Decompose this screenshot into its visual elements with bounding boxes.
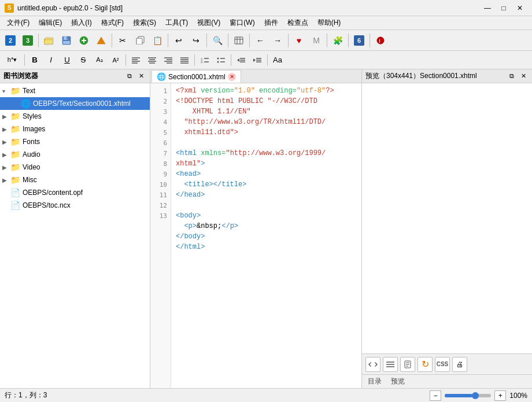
- menu-help[interactable]: 帮助(H): [313, 17, 346, 29]
- underline-button[interactable]: U: [60, 53, 75, 67]
- tb-num-6[interactable]: 6: [351, 32, 367, 49]
- tree-toggle-styles: ▶: [2, 113, 10, 120]
- svg-marker-47: [253, 58, 256, 62]
- tree-item-toc-ncx[interactable]: 📄 OEBPS/toc.ncx: [0, 199, 150, 212]
- line-num-1: 1: [150, 86, 171, 96]
- preview-tab-toc[interactable]: 目录: [365, 375, 384, 388]
- tree-item-section0001[interactable]: 🌐 OEBPS/Text/Section0001.xhtml: [0, 97, 150, 110]
- forward-button[interactable]: →: [269, 32, 286, 49]
- align-justify[interactable]: [177, 53, 192, 67]
- menu-tools[interactable]: 工具(T): [161, 17, 193, 29]
- tree-label-audio: Audio: [23, 150, 40, 158]
- folder-icon-video: 📁: [10, 163, 20, 172]
- align-right[interactable]: [161, 53, 176, 67]
- tree-item-audio[interactable]: ▶ 📁 Audio: [0, 148, 150, 161]
- tree-toggle-video: ▶: [2, 164, 10, 171]
- strikethrough-button[interactable]: S: [76, 53, 91, 67]
- copy-button[interactable]: [132, 32, 148, 49]
- menu-search[interactable]: 搜索(S): [128, 17, 161, 29]
- align-left[interactable]: [128, 53, 143, 67]
- close-button[interactable]: ✕: [512, 2, 527, 14]
- tree-item-content-opf[interactable]: 📄 OEBPS/content.opf: [0, 186, 150, 199]
- preview-list-button[interactable]: [383, 357, 398, 372]
- redo-button[interactable]: ↪: [188, 32, 204, 49]
- zoom-in-button[interactable]: +: [494, 390, 506, 401]
- tb-num-2[interactable]: 2: [2, 32, 19, 49]
- maximize-button[interactable]: □: [496, 2, 511, 14]
- zoom-thumb[interactable]: [472, 392, 479, 399]
- undo-button[interactable]: ↩: [171, 32, 187, 49]
- menu-window[interactable]: 窗口(W): [225, 17, 259, 29]
- increase-indent[interactable]: [250, 53, 265, 67]
- code-line-5: xhtml11.dtd">: [176, 127, 357, 138]
- svg-marker-10: [97, 37, 105, 44]
- tree-item-misc[interactable]: ▶ 📁 Misc: [0, 174, 150, 186]
- sidebar-close-button[interactable]: ✕: [136, 71, 146, 82]
- arrow-up-button[interactable]: [93, 32, 109, 49]
- align-center[interactable]: [145, 53, 160, 67]
- sidebar-restore-button[interactable]: ⧉: [124, 71, 135, 82]
- superscript-button[interactable]: A²: [108, 53, 123, 67]
- plugin-button[interactable]: !: [372, 32, 389, 49]
- mail-button[interactable]: M: [308, 32, 324, 49]
- folder-icon-text: 📁: [10, 86, 20, 95]
- add-file-button[interactable]: [76, 32, 92, 49]
- line-num-11: 11: [150, 190, 171, 200]
- find-button[interactable]: 🔍: [209, 32, 226, 49]
- preview-tab-preview[interactable]: 预览: [389, 375, 407, 388]
- minimize-button[interactable]: —: [480, 2, 495, 14]
- menu-file[interactable]: 文件(F): [2, 17, 34, 29]
- tree-label-styles: Styles: [23, 112, 42, 120]
- tree-item-images[interactable]: ▶ 📁 Images: [0, 123, 150, 135]
- menu-edit[interactable]: 编辑(E): [34, 17, 66, 29]
- menu-view[interactable]: 视图(V): [193, 17, 225, 29]
- editor-content: 1 2 3 4 5 6 7 8 9 10 11 12 13 <?xml vers…: [150, 83, 361, 388]
- tree-item-fonts[interactable]: ▶ 📁 Fonts: [0, 135, 150, 148]
- ordered-list[interactable]: 1.2.: [197, 53, 212, 67]
- cut-button[interactable]: ✂: [114, 32, 131, 49]
- preview-code-button[interactable]: [365, 357, 380, 372]
- unordered-list[interactable]: [213, 53, 228, 67]
- code-editor[interactable]: <?xml version="1.0" encoding="utf-8"?> <…: [171, 83, 361, 388]
- menu-insert[interactable]: 插入(I): [66, 17, 96, 29]
- tree-item-video[interactable]: ▶ 📁 Video: [0, 161, 150, 174]
- heading-dropdown[interactable]: h*▾: [2, 53, 22, 67]
- menu-format[interactable]: 格式(F): [97, 17, 128, 29]
- preview-restore-button[interactable]: ⧉: [507, 71, 517, 82]
- text-style-button[interactable]: Aa: [270, 53, 285, 67]
- status-bar: 行：1，列：3 − + 100%: [0, 388, 532, 402]
- zoom-out-button[interactable]: −: [430, 390, 441, 401]
- zoom-slider[interactable]: [445, 394, 491, 397]
- preview-css-button[interactable]: CSS: [435, 357, 450, 372]
- line-num-9: 9: [150, 169, 171, 179]
- main-area: 图书浏览器 ⧉ ✕ ▾ 📁 Text 🌐 OEBPS/Text/Section0…: [0, 69, 532, 388]
- tab-close-button[interactable]: ✕: [228, 73, 236, 81]
- tree-item-text[interactable]: ▾ 📁 Text: [0, 84, 150, 97]
- preview-doc-button[interactable]: [400, 357, 415, 372]
- code-line-3: XHTML 1.1//EN": [176, 106, 357, 117]
- table-button[interactable]: [231, 32, 247, 49]
- menu-plugins[interactable]: 插件: [260, 17, 283, 29]
- line-num-3: 3: [150, 106, 171, 117]
- menu-checkpoint[interactable]: 检查点: [283, 17, 313, 29]
- italic-button[interactable]: I: [43, 53, 58, 67]
- sidebar-header-controls: ⧉ ✕: [124, 71, 146, 82]
- save-button[interactable]: [58, 32, 75, 49]
- back-button[interactable]: ←: [252, 32, 268, 49]
- sidebar: 图书浏览器 ⧉ ✕ ▾ 📁 Text 🌐 OEBPS/Text/Section0…: [0, 69, 150, 388]
- editor-tab-section[interactable]: 🌐 Section0001.xhtml ✕: [152, 70, 241, 83]
- tb-num-3[interactable]: 3: [20, 32, 36, 49]
- decrease-indent[interactable]: [234, 53, 249, 67]
- sidebar-header: 图书浏览器 ⧉ ✕: [0, 69, 150, 83]
- preview-area: 预览（304x441）Section0001.xhtml ⧉ ✕ ↻ CSS 🖨…: [361, 69, 532, 388]
- paste-button[interactable]: 📋: [149, 32, 165, 49]
- tree-item-styles[interactable]: ▶ 📁 Styles: [0, 110, 150, 123]
- puzzle-button[interactable]: 🧩: [330, 32, 346, 49]
- preview-refresh-button[interactable]: ↻: [418, 357, 433, 372]
- subscript-button[interactable]: A₂: [92, 53, 107, 67]
- preview-print-button[interactable]: 🖨: [452, 357, 467, 372]
- preview-close-button[interactable]: ✕: [518, 71, 529, 82]
- bold-button[interactable]: B: [27, 53, 42, 67]
- open-folder-button[interactable]: [41, 32, 57, 49]
- heart-button[interactable]: ♥: [291, 32, 307, 49]
